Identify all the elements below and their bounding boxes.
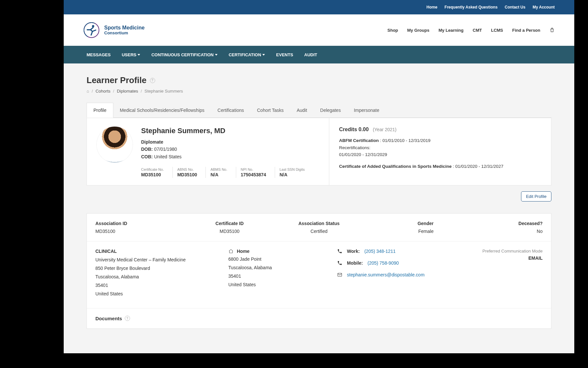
info-value: MD35100	[185, 229, 274, 234]
secnav-label: CONTINUOUS CERTIFICATION	[151, 52, 213, 57]
breadcrumb-separator: /	[141, 89, 142, 94]
info-label: Gender	[364, 221, 433, 226]
id-value: N/A	[210, 172, 227, 177]
tab-cohort-tasks[interactable]: Cohort Tasks	[251, 103, 290, 117]
id-label: NPI No.	[241, 167, 266, 171]
nav-lcms[interactable]: LCMS	[491, 28, 503, 33]
home-address: Home 6800 Jade Point Tuscaloosa, Alabama…	[228, 249, 337, 298]
edit-profile-row: Edit Profile	[87, 191, 551, 202]
util-link-contact[interactable]: Contact Us	[505, 5, 525, 9]
id-label: Certificate No.	[141, 167, 164, 171]
person-name: Stephanie Summers, MD	[141, 127, 313, 135]
clinical-line: 850 Peter Bryce Boulevard	[95, 264, 228, 273]
mobile-phone-label: Mobile:	[347, 260, 363, 266]
email-link[interactable]: stephanie.summers@dispostable.com	[347, 272, 425, 277]
nav-my-groups[interactable]: My Groups	[407, 28, 430, 33]
id-cell-certificate: Certificate No. MD35100	[141, 167, 172, 178]
secnav-continuous-cert[interactable]: CONTINUOUS CERTIFICATION	[151, 52, 217, 57]
secnav-label: EVENTS	[276, 52, 293, 57]
info-top-row: Association ID MD35100 Certificate ID MD…	[87, 214, 551, 241]
id-value: MD35100	[177, 172, 197, 177]
chevron-down-icon	[215, 54, 218, 56]
phone-icon	[337, 260, 342, 266]
pcm-label: Preferred Communication Mode	[446, 249, 543, 254]
info-value: Female	[364, 229, 433, 234]
contact-info: Work: (205) 348-1211 Mobile: (205) 758-9…	[337, 249, 446, 298]
work-phone-row: Work: (205) 348-1211	[337, 249, 446, 254]
nav-shop[interactable]: Shop	[387, 28, 398, 33]
help-icon[interactable]: ?	[125, 316, 130, 321]
secnav-label: CERTIFICATION	[229, 52, 261, 57]
breadcrumb-diplomates[interactable]: Diplomates	[117, 89, 138, 94]
info-label: Association Status	[274, 221, 364, 226]
secnav-label: AUDIT	[304, 52, 317, 57]
tab-audit[interactable]: Audit	[290, 103, 314, 117]
secnav-messages[interactable]: MESSAGES	[87, 52, 111, 57]
info-value: Certified	[274, 229, 364, 234]
breadcrumb: ⌂ / Cohorts / Diplomates / Stephanie Sum…	[87, 89, 551, 94]
home-line: 6800 Jade Point	[228, 255, 337, 264]
work-phone-link[interactable]: (205) 348-1211	[364, 249, 396, 254]
mobile-phone-link[interactable]: (205) 758-9090	[368, 260, 399, 266]
home-header: Home	[237, 249, 250, 254]
util-link-account[interactable]: My Account	[532, 5, 555, 9]
util-link-faq[interactable]: Frequently Asked Questions	[445, 5, 498, 9]
info-block: Association ID MD35100 Certificate ID MD…	[87, 213, 551, 328]
header: Sports Medicine Consortium Shop My Group…	[64, 14, 574, 46]
content: Learner Profile ? ⌂ / Cohorts / Diplomat…	[64, 63, 574, 329]
secnav-audit[interactable]: AUDIT	[304, 52, 317, 57]
home-line: Tuscaloosa, Alabama	[228, 264, 337, 272]
preferred-comm: Preferred Communication Mode EMAIL	[446, 249, 543, 298]
shopping-bag-icon[interactable]	[549, 27, 555, 33]
profile-summary-left: Stephanie Summers, MD Diplomate DOB: 07/…	[87, 118, 329, 185]
clinical-line: University Medical Center – Family Medic…	[95, 256, 228, 264]
help-icon[interactable]: ?	[150, 78, 155, 83]
tab-medschools[interactable]: Medical Schools/Residencies/Fellowships	[113, 103, 211, 117]
home-line: 35401	[228, 272, 337, 281]
id-label: Last SSN Digits	[280, 167, 305, 171]
clinical-line: United States	[95, 290, 228, 298]
secnav-label: MESSAGES	[87, 52, 111, 57]
id-label: ABMS No.	[210, 167, 227, 171]
utility-bar: Home Frequently Asked Questions Contact …	[64, 0, 574, 14]
mobile-phone-row: Mobile: (205) 758-9090	[337, 260, 446, 266]
svg-rect-3	[338, 273, 342, 276]
clinical-line: 35401	[95, 281, 228, 290]
chevron-down-icon	[138, 54, 140, 56]
breadcrumb-cohorts[interactable]: Cohorts	[95, 89, 110, 94]
cob-label: COB:	[141, 154, 153, 159]
secondary-nav: MESSAGES USERS CONTINUOUS CERTIFICATION …	[64, 46, 574, 63]
clinical-address: CLINICAL University Medical Center – Fam…	[95, 249, 228, 298]
documents-header-text: Documents	[95, 316, 122, 321]
info-bottom-row: CLINICAL University Medical Center – Fam…	[87, 241, 551, 308]
tab-certifications[interactable]: Certifications	[211, 103, 251, 117]
info-col-association-id: Association ID MD35100	[95, 221, 185, 234]
id-label: ABNS No.	[177, 167, 197, 171]
home-icon[interactable]: ⌂	[87, 89, 89, 94]
nav-find-person[interactable]: Find a Person	[512, 28, 540, 33]
secnav-certification[interactable]: CERTIFICATION	[229, 52, 265, 57]
info-col-certificate-id: Certificate ID MD35100	[185, 221, 274, 234]
pcm-value: EMAIL	[446, 255, 543, 261]
tab-impersonate[interactable]: Impersonate	[347, 103, 386, 117]
avatar	[97, 127, 133, 163]
secnav-users[interactable]: USERS	[122, 52, 140, 57]
nav-my-learning[interactable]: My Learning	[438, 28, 464, 33]
info-label: Deceased?	[453, 221, 543, 226]
email-row: stephanie.summers@dispostable.com	[337, 272, 446, 277]
id-cell-abns: ABNS No. MD35100	[172, 167, 206, 178]
secnav-events[interactable]: EVENTS	[276, 52, 293, 57]
tab-delegates[interactable]: Delegates	[314, 103, 347, 117]
info-col-association-status: Association Status Certified	[274, 221, 364, 234]
logo-icon	[83, 22, 100, 38]
logo[interactable]: Sports Medicine Consortium	[83, 22, 145, 38]
nav-cmt[interactable]: CMT	[473, 28, 482, 33]
info-col-gender: Gender Female	[364, 221, 453, 234]
tab-profile[interactable]: Profile	[87, 103, 113, 118]
edit-profile-button[interactable]: Edit Profile	[521, 191, 551, 202]
id-value: 1750453874	[241, 172, 266, 177]
id-value: N/A	[280, 172, 305, 177]
util-link-home[interactable]: Home	[426, 5, 437, 9]
credits-year: (Year 2021)	[373, 127, 397, 132]
home-line: United States	[228, 281, 337, 289]
